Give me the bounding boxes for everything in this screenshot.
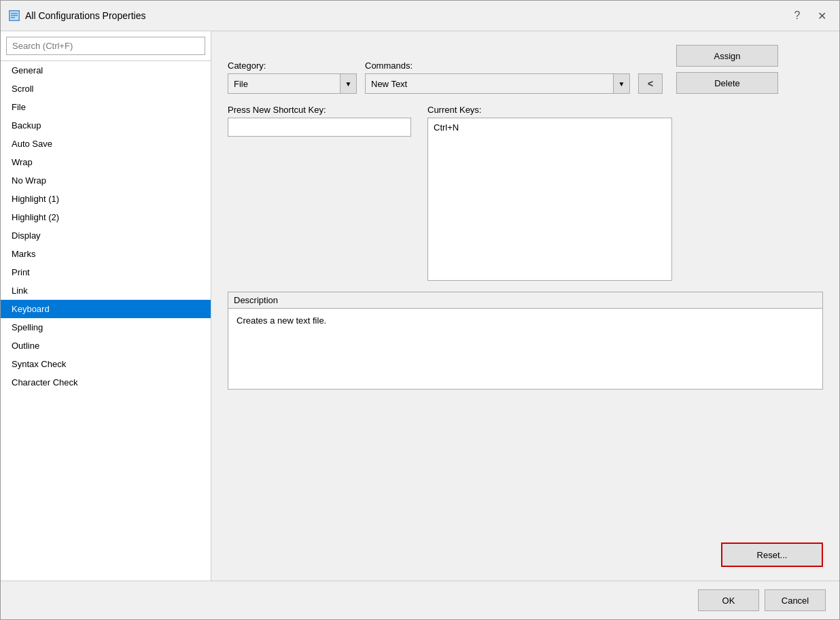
description-text: Creates a new text file. xyxy=(237,315,326,326)
title-bar-left: All Configurations Properties xyxy=(9,10,145,21)
category-arrow-icon: ▼ xyxy=(340,74,356,93)
dialog-body: GeneralScrollFileBackupAuto SaveWrapNo W… xyxy=(1,31,839,581)
category-field: Category: File ▼ xyxy=(228,61,357,94)
commands-dropdown[interactable]: New Text ▼ xyxy=(365,73,630,94)
dialog-footer: OK Cancel xyxy=(1,581,839,619)
sidebar: GeneralScrollFileBackupAuto SaveWrapNo W… xyxy=(1,31,211,581)
sidebar-item[interactable]: Scroll xyxy=(1,80,211,98)
close-button[interactable]: ✕ xyxy=(812,6,831,25)
sidebar-list: GeneralScrollFileBackupAuto SaveWrapNo W… xyxy=(1,61,211,581)
title-bar-controls: ? ✕ xyxy=(788,6,831,25)
sidebar-item[interactable]: General xyxy=(1,61,211,80)
reset-button[interactable]: Reset... xyxy=(721,542,823,567)
press-shortcut-label: Press New Shortcut Key: xyxy=(228,105,411,115)
sidebar-item[interactable]: Outline xyxy=(1,337,211,355)
commands-value: New Text xyxy=(366,79,613,89)
sidebar-item[interactable]: Spelling xyxy=(1,318,211,337)
dialog-title: All Configurations Properties xyxy=(25,10,145,21)
sidebar-item[interactable]: Highlight (1) xyxy=(1,190,211,208)
commands-label: Commands: xyxy=(365,61,630,71)
sidebar-item[interactable]: Print xyxy=(1,263,211,281)
reset-row: Reset... xyxy=(228,542,823,567)
shortcut-row: Press New Shortcut Key: Current Keys: Ct… xyxy=(228,105,823,281)
dialog-icon xyxy=(9,10,20,21)
category-commands-row: Category: File ▼ Commands: New Text ▼ < … xyxy=(228,45,823,94)
svg-rect-3 xyxy=(11,17,15,18)
sidebar-item[interactable]: Link xyxy=(1,281,211,300)
sidebar-item[interactable]: Character Check xyxy=(1,373,211,392)
sidebar-item[interactable]: Syntax Check xyxy=(1,355,211,373)
title-bar: All Configurations Properties ? ✕ xyxy=(1,1,839,31)
current-keys-box: Ctrl+N xyxy=(427,118,672,281)
category-value: File xyxy=(228,79,340,89)
sidebar-item[interactable]: Wrap xyxy=(1,153,211,171)
all-configurations-dialog: All Configurations Properties ? ✕ Genera… xyxy=(0,0,840,620)
category-label: Category: xyxy=(228,61,357,71)
current-keys-value: Ctrl+N xyxy=(434,122,459,133)
sidebar-item[interactable]: Marks xyxy=(1,245,211,263)
sidebar-item[interactable]: Auto Save xyxy=(1,135,211,153)
sidebar-item[interactable]: Highlight (2) xyxy=(1,208,211,226)
description-box: Creates a new text file. xyxy=(228,308,823,390)
assign-button[interactable]: Assign xyxy=(676,45,778,67)
main-content: Category: File ▼ Commands: New Text ▼ < … xyxy=(211,31,839,581)
search-box xyxy=(1,31,211,61)
commands-field: Commands: New Text ▼ xyxy=(365,61,630,94)
shortcut-section: Press New Shortcut Key: xyxy=(228,105,411,137)
svg-rect-1 xyxy=(11,13,18,14)
cancel-button[interactable]: Cancel xyxy=(765,589,826,611)
description-section: Description Creates a new text file. xyxy=(228,292,823,390)
sidebar-item[interactable]: Display xyxy=(1,226,211,245)
commands-arrow-icon: ▼ xyxy=(613,74,629,93)
sidebar-item[interactable]: Keyboard xyxy=(1,300,211,318)
ok-button[interactable]: OK xyxy=(698,589,759,611)
action-buttons: Assign Delete xyxy=(676,45,778,94)
svg-rect-2 xyxy=(11,15,18,16)
sidebar-item[interactable]: No Wrap xyxy=(1,171,211,190)
delete-button[interactable]: Delete xyxy=(676,72,778,94)
chevron-button[interactable]: < xyxy=(638,73,663,94)
current-keys-section: Current Keys: Ctrl+N xyxy=(427,105,672,281)
sidebar-item[interactable]: Backup xyxy=(1,116,211,135)
category-dropdown[interactable]: File ▼ xyxy=(228,73,357,94)
current-keys-label: Current Keys: xyxy=(427,105,672,115)
search-input[interactable] xyxy=(6,37,205,55)
sidebar-item[interactable]: File xyxy=(1,98,211,116)
help-button[interactable]: ? xyxy=(788,6,807,25)
shortcut-input[interactable] xyxy=(228,118,411,137)
description-header: Description xyxy=(228,292,823,308)
